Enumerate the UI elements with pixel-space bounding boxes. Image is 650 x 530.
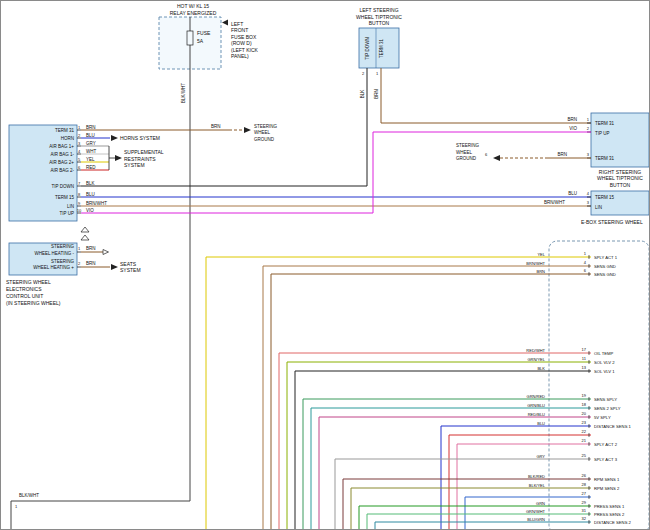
right-ground-line: WHEEL: [456, 150, 473, 155]
tcu-wire-25: [335, 459, 591, 530]
seats-line: SYSTEM: [120, 267, 141, 273]
tcu-wire-label: GRN: [536, 501, 545, 506]
left-tiptronic-title: WHEEL TIPTRONIC: [356, 14, 402, 20]
left-tiptronic-terminal: TERM 31: [379, 39, 384, 59]
wiring-diagram: HOT W/ KL 15 RELAY ENERGIZED FUSE 5A LEF…: [0, 0, 650, 530]
ebox-terminal: TERM 15: [595, 195, 615, 200]
tcu-pin-number: 13: [582, 365, 587, 370]
tcu-pin-number: 20: [582, 411, 587, 416]
wire-vio-tipup: [81, 132, 591, 213]
heating-pin: 2: [78, 261, 81, 266]
cu-pin-number: 3: [78, 141, 81, 146]
srs-line: SUPPLEMENTAL: [124, 149, 164, 155]
control-unit-title: ELECTRONICS: [6, 286, 42, 292]
right-tiptronic-terminal: TERM 31: [595, 156, 615, 161]
left-tiptronic-title: BUTTON: [369, 20, 390, 26]
right-tiptronic-wire-label: BRN: [557, 152, 567, 157]
tcu-pin-name: SENS GND: [594, 272, 616, 277]
fuse-location-line: (LEFT KICK: [231, 47, 259, 53]
connector-triangle-icon: [81, 227, 89, 232]
tcu-wire-label: GRN/WHT: [526, 509, 546, 514]
tcu-pin-number: 23: [582, 420, 587, 425]
tcu-pin-number: 6: [584, 268, 587, 273]
connector-triangle-icon: [81, 235, 89, 240]
right-tiptronic-pin: 2: [587, 126, 590, 131]
tcu-pin-name: SOL VLV 2: [594, 360, 615, 365]
mid-ground-arrow-icon: [244, 127, 251, 133]
cu-pin-name: TERM 31: [55, 128, 75, 133]
heating-name-line: STEERING: [51, 244, 75, 249]
tcu-pin-name: PRESS SENS 2: [594, 512, 625, 517]
mid-ground-line: GROUND: [254, 137, 275, 142]
right-tiptronic-wire-label: BRN: [567, 117, 577, 122]
tcu-wire-21: [457, 444, 591, 530]
heating-wire-label: BRN: [86, 246, 96, 251]
tcu-pin-number: 21: [582, 438, 587, 443]
cu-pin-number: 2: [78, 133, 81, 138]
cu-pin-name: LIN: [67, 204, 74, 209]
cu-pin-name: HORN: [61, 136, 74, 141]
tcu-pin-name: 5V SPLY: [594, 415, 611, 420]
fuse-location-line: FRONT: [231, 27, 248, 33]
right-ground-pin: 6: [485, 152, 488, 157]
bottom-wire-pin: 1: [15, 504, 18, 509]
tcu-pin-number: 4: [584, 260, 587, 265]
tcu-wire-label: BRN: [537, 269, 546, 274]
tcu-connector-rows: YEL1SPLY ACT 1BRN/WHT4SENS GNDBRN6SENS G…: [206, 251, 632, 530]
right-tiptronic-pin: 3: [587, 152, 590, 157]
ebox-wire-label: BLU: [568, 191, 577, 196]
right-ground-line: GROUND: [456, 156, 477, 161]
wire-brn-term31: [381, 68, 591, 123]
cu-pin-wire-label: BRN: [86, 125, 96, 130]
tcu-wire-label: RED/WHT: [526, 348, 545, 353]
tcu-wire-label: BLU: [537, 421, 545, 426]
tcu-pin-number: 22: [582, 429, 587, 434]
cu-pin-number: 4: [78, 149, 81, 154]
tcu-pin-name: OIL TEMP: [594, 351, 614, 356]
tcu-pin-name: SPLY ACT 3: [594, 457, 618, 462]
cu-pin-number: 10: [77, 208, 82, 213]
tcu-wire-28: [351, 488, 591, 530]
tcu-wire-label: GRN/YEL: [527, 357, 545, 362]
cu-pin-wire-label: BRN/WHT: [86, 201, 107, 206]
cu-pin-wire-label: VIO: [86, 208, 94, 213]
cu-pin-wire-label: YEL: [86, 157, 95, 162]
right-tiptronic-terminal: TIP UP: [595, 131, 609, 136]
right-tiptronic-title: WHEEL TIPTRONIC: [597, 175, 643, 181]
cu-pin-wire-label: RED: [86, 165, 96, 170]
cu-pin-number: 7: [78, 181, 81, 186]
ebox-pin: 4: [587, 191, 590, 196]
tcu-pin-number: 25: [582, 453, 587, 458]
right-tiptronic-wire-label: VIO: [569, 126, 577, 131]
control-unit-title: (IN STEERING WHEEL): [6, 300, 61, 306]
fuse-location-line: LEFT: [231, 21, 243, 27]
tcu-wire-20: [319, 417, 591, 530]
seats-line: SEATS: [120, 261, 137, 267]
wiring-diagram-svg: HOT W/ KL 15 RELAY ENERGIZED FUSE 5A LEF…: [1, 1, 650, 530]
tcu-wire-22: [449, 435, 591, 530]
tcu-wire-label: GRN/BLU: [527, 403, 545, 408]
fuse-header-line1: HOT W/ KL 15: [177, 3, 209, 9]
tcu-pin-number: 17: [582, 347, 587, 352]
tcu-pin-number: 26: [582, 473, 587, 478]
cu-pin-name: AIR BAG 1+: [49, 144, 74, 149]
right-tiptronic-pin: 1: [587, 117, 590, 122]
right-tiptronic-title: RIGHT STEERING: [599, 169, 642, 175]
ebox-title: E-BOX STEERING WHEEL: [581, 219, 643, 225]
fuse-label: FUSE: [197, 30, 211, 36]
tcu-wire-11: [287, 362, 591, 530]
tcu-pin-name: DISTANCE SENS 2: [594, 520, 632, 525]
right-ground-line: STEERING: [456, 143, 480, 148]
tcu-pin-number: 29: [582, 500, 587, 505]
cu-pin-wire-label: GRY: [86, 141, 96, 146]
ground-triangle-icon: [103, 250, 109, 255]
mid-ground-line: STEERING: [254, 124, 278, 129]
fuse-wire-label: BLK/WHT: [181, 83, 186, 103]
cu-pin-name: TIP UP: [60, 211, 74, 216]
tcu-wire-label: RED/BLU: [528, 412, 545, 417]
left-tiptronic-wire-label: BRN: [374, 89, 379, 99]
tcu-wire-label: BLK/RED: [528, 474, 545, 479]
tcu-pin-number: 31: [582, 508, 587, 513]
heating-wire-label: BRN: [86, 261, 96, 266]
mid-ground-wire-label: BRN: [211, 124, 221, 129]
